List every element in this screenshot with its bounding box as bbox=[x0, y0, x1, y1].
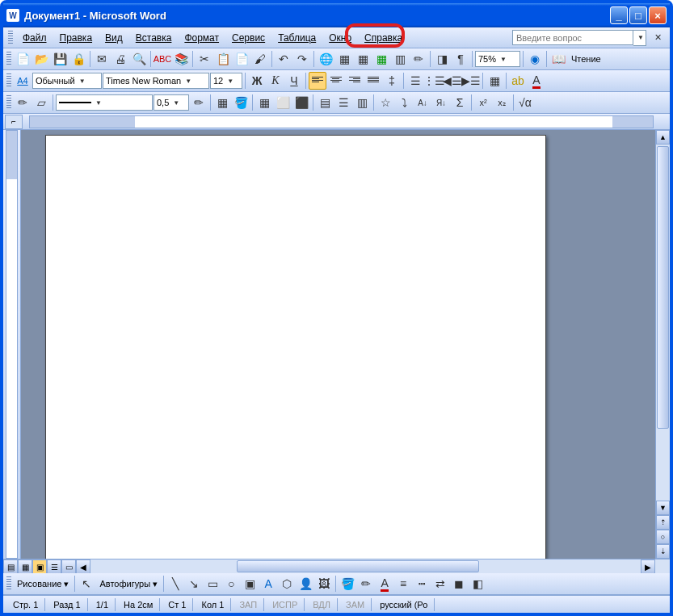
zoom-combo[interactable]: 75%▼ bbox=[475, 51, 520, 67]
shadow-icon[interactable]: ◼ bbox=[450, 575, 468, 593]
font-color2-icon[interactable]: A bbox=[376, 575, 393, 593]
permissions-icon[interactable]: 🔒 bbox=[69, 50, 87, 68]
hyperlink-icon[interactable]: 🌐 bbox=[317, 50, 334, 68]
open-icon[interactable]: 📂 bbox=[32, 50, 50, 68]
toolbar-grip[interactable] bbox=[8, 31, 13, 45]
status-ovr[interactable]: ЗАМ bbox=[339, 598, 372, 611]
merge-cells-icon[interactable]: ⬜ bbox=[274, 94, 292, 111]
align-right-icon[interactable] bbox=[346, 72, 364, 90]
horizontal-scrollbar[interactable] bbox=[91, 559, 640, 573]
toolbar-grip[interactable] bbox=[6, 576, 11, 591]
subscript-icon[interactable]: x₂ bbox=[493, 94, 511, 111]
scroll-left-button[interactable]: ◀ bbox=[76, 559, 90, 574]
line-style2-icon[interactable]: ≡ bbox=[394, 575, 412, 593]
tab-selector[interactable]: ⌐ bbox=[5, 115, 23, 129]
menu-edit[interactable]: Правка bbox=[53, 30, 99, 46]
status-ext[interactable]: ВДЛ bbox=[306, 598, 338, 611]
autosum-icon[interactable]: Σ bbox=[451, 94, 469, 111]
menu-format[interactable]: Формат bbox=[178, 30, 225, 46]
menu-view[interactable]: Вид bbox=[99, 30, 129, 46]
reading-view-icon[interactable]: ▭ bbox=[61, 559, 76, 574]
increase-indent-icon[interactable]: ▶☰ bbox=[462, 72, 480, 90]
equation-icon[interactable]: √α bbox=[516, 94, 534, 111]
shading-color-icon[interactable]: 🪣 bbox=[232, 94, 250, 111]
page[interactable] bbox=[45, 135, 546, 559]
fill-color-icon[interactable]: 🪣 bbox=[339, 575, 356, 593]
3d-icon[interactable]: ◧ bbox=[469, 575, 486, 593]
menu-insert[interactable]: Вставка bbox=[129, 30, 179, 46]
tables-borders-icon[interactable]: ▦ bbox=[335, 50, 353, 68]
bold-button[interactable]: Ж bbox=[248, 72, 266, 90]
dash-style-icon[interactable]: ┅ bbox=[413, 575, 431, 593]
line-style-combo[interactable]: ▼ bbox=[56, 94, 153, 111]
oval-icon[interactable]: ○ bbox=[222, 575, 240, 593]
vertical-scrollbar[interactable]: ▲ ▼ ⇡ ○ ⇣ bbox=[655, 130, 670, 559]
reading-label[interactable]: Чтение bbox=[568, 54, 604, 64]
select-objects-icon[interactable]: ↖ bbox=[78, 575, 95, 593]
print-icon[interactable]: 🖨 bbox=[111, 50, 129, 68]
wordart-icon[interactable]: A bbox=[259, 575, 277, 593]
close-button[interactable]: × bbox=[649, 6, 667, 24]
menu-tools[interactable]: Сервис bbox=[225, 30, 271, 46]
mail-icon[interactable]: ✉ bbox=[93, 50, 111, 68]
insert-table-icon[interactable]: ▦ bbox=[354, 50, 372, 68]
border-color-icon[interactable]: ✏ bbox=[190, 94, 208, 111]
outside-border-icon[interactable]: ▦ bbox=[213, 94, 231, 111]
align-justify-icon[interactable] bbox=[364, 72, 382, 90]
drawing-menu[interactable]: Рисование ▾ bbox=[14, 579, 72, 589]
format-painter-icon[interactable]: 🖌 bbox=[251, 50, 269, 68]
distribute-cols-icon[interactable]: ▥ bbox=[353, 94, 371, 111]
autoformat-icon[interactable]: ☆ bbox=[376, 94, 394, 111]
size-combo[interactable]: 12▼ bbox=[210, 73, 242, 89]
eraser-icon[interactable]: ▱ bbox=[32, 94, 50, 111]
align-cell-icon[interactable]: ▤ bbox=[316, 94, 334, 111]
line-color-icon[interactable]: ✏ bbox=[357, 575, 375, 593]
style-combo[interactable]: Обычный▼ bbox=[32, 73, 102, 89]
font-combo[interactable]: Times New Roman▼ bbox=[103, 73, 209, 89]
maximize-button[interactable]: □ bbox=[629, 6, 647, 24]
preview-icon[interactable]: 🔍 bbox=[130, 50, 148, 68]
document-area[interactable] bbox=[21, 130, 655, 559]
close-doc-button[interactable]: ✕ bbox=[651, 32, 665, 43]
line-weight-combo[interactable]: 0,5▼ bbox=[154, 94, 189, 111]
prev-page-button[interactable]: ⇡ bbox=[656, 515, 670, 530]
menu-help[interactable]: Справка bbox=[358, 30, 409, 46]
arrow-style-icon[interactable]: ⇄ bbox=[431, 575, 449, 593]
scroll-down-button[interactable]: ▼ bbox=[656, 501, 670, 515]
draw-table-icon[interactable]: ✏ bbox=[14, 94, 32, 111]
arrow-icon[interactable]: ↘ bbox=[185, 575, 203, 593]
next-page-button[interactable]: ⇣ bbox=[656, 544, 670, 559]
clipart-icon[interactable]: 👤 bbox=[297, 575, 314, 593]
status-trk[interactable]: ИСПР bbox=[266, 598, 305, 611]
rectangle-icon[interactable]: ▭ bbox=[204, 575, 221, 593]
help-icon[interactable]: ◉ bbox=[526, 50, 544, 68]
textbox-icon[interactable]: ▣ bbox=[241, 575, 259, 593]
bullets-icon[interactable]: ⋮☰ bbox=[425, 72, 443, 90]
scroll-up-button[interactable]: ▲ bbox=[656, 130, 670, 145]
web-view-icon[interactable]: ▦ bbox=[18, 559, 32, 574]
underline-button[interactable]: Ч bbox=[285, 72, 303, 90]
new-icon[interactable]: 📄 bbox=[14, 50, 32, 68]
redo-icon[interactable]: ↷ bbox=[293, 50, 311, 68]
scroll-right-button[interactable]: ▶ bbox=[641, 559, 655, 574]
styles-pane-icon[interactable]: A4 bbox=[14, 72, 32, 90]
vertical-ruler[interactable] bbox=[3, 130, 21, 559]
numbering-icon[interactable]: ☰ bbox=[406, 72, 424, 90]
paste-icon[interactable]: 📄 bbox=[233, 50, 250, 68]
autoshapes-menu[interactable]: Автофигуры ▾ bbox=[96, 579, 161, 589]
normal-view-icon[interactable]: ▤ bbox=[3, 559, 18, 574]
spellcheck-icon[interactable]: ABC bbox=[154, 50, 171, 68]
question-input[interactable] bbox=[512, 30, 633, 45]
line-icon[interactable]: ╲ bbox=[166, 575, 184, 593]
menu-file[interactable]: Файл bbox=[16, 30, 53, 46]
undo-icon[interactable]: ↶ bbox=[275, 50, 292, 68]
scroll-thumb[interactable] bbox=[657, 146, 669, 429]
docmap-icon[interactable]: ◨ bbox=[433, 50, 451, 68]
distribute-rows-icon[interactable]: ☰ bbox=[334, 94, 352, 111]
status-rec[interactable]: ЗАП bbox=[233, 598, 264, 611]
insert-table2-icon[interactable]: ▦ bbox=[255, 94, 273, 111]
superscript-icon[interactable]: x² bbox=[474, 94, 492, 111]
toolbar-grip[interactable] bbox=[6, 95, 11, 110]
align-center-icon[interactable] bbox=[327, 72, 345, 90]
drawing-icon[interactable]: ✏ bbox=[410, 50, 427, 68]
